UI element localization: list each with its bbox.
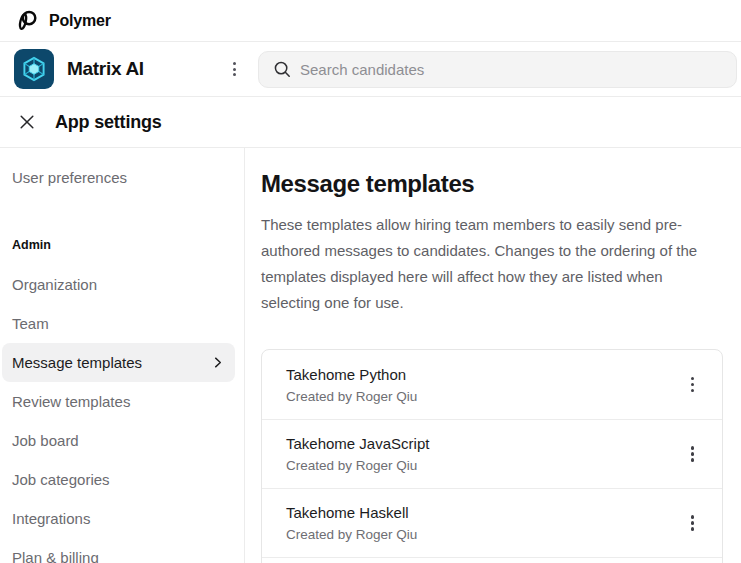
sidebar-item-job-board[interactable]: Job board	[2, 421, 235, 460]
template-row-takehome-python[interactable]: Takehome Python Created by Roger Qiu	[262, 350, 722, 419]
workspace-switcher[interactable]: Matrix AI	[0, 49, 244, 89]
settings-title: App settings	[55, 112, 162, 133]
template-meta: Created by Roger Qiu	[286, 527, 683, 542]
kebab-icon	[233, 62, 236, 65]
sidebar-item-job-categories[interactable]: Job categories	[2, 460, 235, 499]
polymer-logo-icon	[16, 9, 39, 32]
kebab-icon	[691, 515, 695, 519]
sidebar-item-review-templates[interactable]: Review templates	[2, 382, 235, 421]
settings-sidebar: User preferences Admin Organization Team…	[0, 148, 245, 563]
template-meta: Created by Roger Qiu	[286, 389, 683, 404]
template-row-takehome-javascript[interactable]: Takehome JavaScript Created by Roger Qiu	[262, 419, 722, 488]
template-menu-button[interactable]	[683, 371, 703, 399]
template-menu-button[interactable]	[683, 440, 703, 468]
top-brand-bar: Polymer	[0, 0, 741, 42]
candidate-search[interactable]	[258, 51, 737, 88]
search-input[interactable]	[300, 61, 724, 78]
close-icon	[18, 113, 36, 131]
template-name: Takehome Haskell	[286, 504, 683, 521]
workspace-logo-icon	[14, 49, 54, 89]
workspace-menu-button[interactable]	[225, 56, 244, 82]
workspace-bar: Matrix AI	[0, 42, 741, 97]
kebab-icon	[691, 377, 695, 381]
page-title: Message templates	[261, 170, 723, 198]
template-row-partial[interactable]	[262, 557, 722, 563]
settings-main-panel: Message templates These templates allow …	[245, 148, 741, 563]
settings-header: App settings	[0, 97, 741, 148]
chevron-right-icon	[210, 355, 225, 370]
template-meta: Created by Roger Qiu	[286, 458, 683, 473]
workspace-name: Matrix AI	[67, 58, 212, 80]
sidebar-item-user-preferences[interactable]: User preferences	[2, 158, 235, 197]
template-name: Takehome Python	[286, 366, 683, 383]
sidebar-section-admin: Admin	[2, 233, 235, 257]
close-settings-button[interactable]	[16, 111, 38, 133]
sidebar-item-organization[interactable]: Organization	[2, 265, 235, 304]
search-icon	[273, 60, 291, 78]
sidebar-item-integrations[interactable]: Integrations	[2, 499, 235, 538]
template-list: Takehome Python Created by Roger Qiu Tak…	[261, 349, 723, 563]
template-menu-button[interactable]	[683, 509, 703, 537]
kebab-icon	[691, 446, 695, 450]
page-description: These templates allow hiring team member…	[261, 212, 713, 316]
sidebar-item-plan-billing[interactable]: Plan & billing	[2, 538, 235, 563]
brand-name: Polymer	[49, 12, 111, 30]
sidebar-item-team[interactable]: Team	[2, 304, 235, 343]
template-row-takehome-haskell[interactable]: Takehome Haskell Created by Roger Qiu	[262, 488, 722, 557]
sidebar-item-message-templates[interactable]: Message templates	[2, 343, 235, 382]
template-name: Takehome JavaScript	[286, 435, 683, 452]
